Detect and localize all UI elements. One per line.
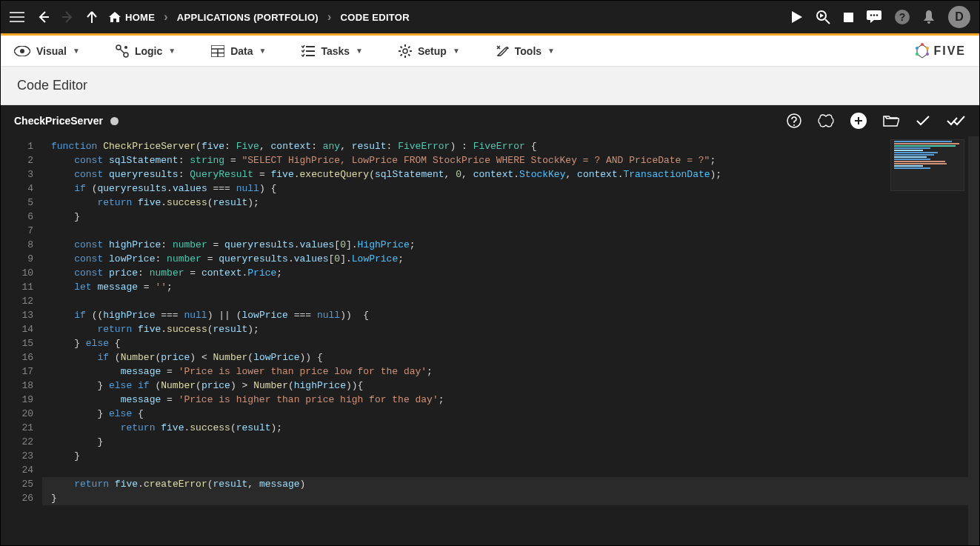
play-icon[interactable] (792, 11, 802, 23)
menu-setup-label: Setup (418, 45, 447, 57)
avatar-letter: D (955, 10, 964, 24)
svg-point-17 (124, 46, 127, 49)
tasks-icon (301, 45, 315, 57)
open-folder-icon[interactable] (883, 114, 899, 127)
editor-body: 1234567891011121314151617181920212223242… (1, 136, 979, 546)
menu-bar: Visual▼ Logic▼ Data▼ Tasks▼ Setup▼ Tools… (1, 36, 979, 67)
svg-point-28 (926, 47, 929, 50)
brain-icon[interactable] (818, 113, 834, 128)
menu-data[interactable]: Data▼ (211, 45, 266, 57)
svg-line-6 (825, 19, 830, 24)
svg-point-13 (20, 49, 24, 53)
eye-icon (14, 46, 30, 56)
svg-rect-2 (10, 21, 24, 22)
svg-point-32 (793, 124, 795, 126)
menu-tools[interactable]: Tools▼ (496, 44, 555, 58)
svg-point-8 (870, 14, 873, 16)
gear-icon (399, 44, 412, 58)
svg-text:?: ? (899, 11, 906, 23)
menu-visual-label: Visual (36, 45, 67, 57)
menu-logic[interactable]: Logic▼ (116, 44, 176, 58)
menu-tasks[interactable]: Tasks▼ (301, 45, 363, 57)
minimap[interactable] (890, 139, 964, 191)
top-bar: HOME › APPLICATIONS (PORTFOLIO) › CODE E… (1, 1, 979, 36)
stop-icon[interactable] (844, 13, 853, 22)
menu-setup[interactable]: Setup▼ (399, 44, 460, 58)
svg-point-25 (403, 49, 407, 53)
svg-rect-0 (10, 12, 24, 13)
forward-icon (61, 10, 75, 24)
table-icon (211, 45, 224, 57)
line-gutter: 1234567891011121314151617181920212223242… (1, 136, 42, 546)
svg-line-16 (120, 49, 124, 53)
editor-tab[interactable]: CheckPriceServer (14, 115, 119, 127)
menu-visual[interactable]: Visual▼ (14, 45, 80, 57)
svg-point-29 (916, 53, 919, 56)
add-button[interactable] (850, 113, 867, 129)
hamburger-icon[interactable] (10, 12, 24, 22)
page-title-bar: Code Editor (1, 67, 979, 105)
logic-icon (116, 44, 129, 58)
back-icon[interactable] (36, 10, 50, 24)
svg-rect-1 (10, 16, 24, 18)
menu-tasks-label: Tasks (321, 45, 350, 57)
chevron-right-icon: › (164, 10, 168, 24)
brand-logo: FIVE (914, 43, 966, 59)
tools-icon (496, 44, 509, 58)
chevron-right-icon: › (327, 10, 332, 24)
code-area[interactable]: function CheckPriceServer(five: Five, co… (42, 136, 979, 546)
top-bar-left: HOME › APPLICATIONS (PORTFOLIO) › CODE E… (10, 10, 792, 24)
check-icon[interactable] (916, 115, 930, 127)
brand-text: FIVE (933, 44, 966, 58)
breadcrumb-home[interactable]: HOME (109, 12, 155, 23)
breadcrumb: HOME › APPLICATIONS (PORTFOLIO) › CODE E… (109, 10, 410, 24)
menu-tools-label: Tools (515, 45, 541, 57)
editor-actions (787, 113, 966, 129)
svg-point-9 (873, 14, 876, 16)
plus-icon (850, 113, 867, 129)
unsaved-dot-icon (110, 117, 119, 125)
breadcrumb-applications[interactable]: APPLICATIONS (PORTFOLIO) (177, 12, 319, 23)
menu-logic-label: Logic (135, 45, 162, 57)
top-bar-right: ? D (792, 6, 970, 28)
help-icon[interactable]: ? (895, 10, 910, 24)
editor-header: CheckPriceServer (1, 105, 979, 136)
breadcrumb-code-editor[interactable]: CODE EDITOR (341, 12, 410, 23)
bell-icon[interactable] (923, 10, 935, 24)
svg-point-10 (876, 14, 879, 16)
svg-point-30 (926, 53, 929, 56)
logo-icon (914, 43, 930, 59)
vertical-scrollbar[interactable] (968, 136, 979, 546)
svg-point-27 (916, 47, 919, 50)
menu-data-label: Data (230, 45, 253, 57)
page-title: Code Editor (17, 78, 87, 93)
up-icon[interactable] (87, 11, 97, 23)
chat-icon[interactable] (867, 10, 881, 24)
tab-name: CheckPriceServer (14, 115, 103, 127)
svg-point-26 (921, 43, 924, 46)
avatar[interactable]: D (948, 6, 970, 28)
search-play-icon[interactable] (816, 10, 830, 24)
svg-rect-7 (844, 13, 853, 22)
hint-icon[interactable] (787, 113, 801, 128)
double-check-icon[interactable] (947, 115, 966, 127)
breadcrumb-home-label: HOME (125, 12, 155, 23)
